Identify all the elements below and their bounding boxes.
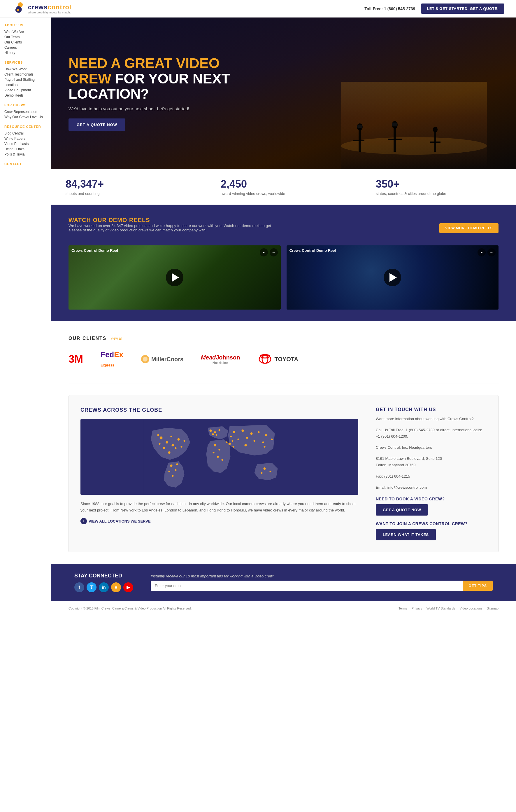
- svg-point-43: [214, 444, 216, 446]
- demo-header: WATCH OUR DEMO REELS We have worked on o…: [68, 217, 498, 239]
- sidebar-crews-section: FOR CREWS Crew Representation Why Our Cr…: [0, 103, 51, 120]
- sidebar-item-why-our-crews[interactable]: Why Our Crews Love Us: [4, 114, 47, 120]
- header-cta-button[interactable]: LET'S GET STARTED. GET A QUOTE.: [421, 3, 504, 14]
- rss-icon[interactable]: ■: [111, 582, 121, 592]
- video2-share-icon[interactable]: →: [487, 248, 495, 257]
- sidebar-item-helpful-links[interactable]: Helpful Links: [4, 146, 47, 152]
- sidebar-item-history[interactable]: History: [4, 50, 47, 55]
- video1-play-button[interactable]: [166, 269, 183, 286]
- sidebar-about-title: ABOUT US: [4, 23, 47, 27]
- sidebar-services-title: SERVICES: [4, 61, 47, 64]
- view-locations-link[interactable]: › VIEW ALL LOCATIONS WE SERVE: [81, 518, 358, 524]
- toll-free: Toll-Free: 1 (800) 545-2739: [364, 6, 415, 11]
- svg-point-1: [17, 9, 19, 11]
- clients-header: OUR CLIENTS view all: [68, 336, 498, 341]
- sidebar-crews-title: FOR CREWS: [4, 103, 47, 107]
- play-triangle-icon-2: [390, 273, 397, 282]
- footer-link-privacy[interactable]: Privacy: [412, 607, 422, 610]
- demo-video-2[interactable]: Crews Control Demo Reel ● →: [286, 245, 499, 310]
- svg-point-38: [210, 430, 212, 432]
- sidebar-item-video-podcasts[interactable]: Video Podcasts: [4, 141, 47, 146]
- video1-label: Crews Control Demo Reel: [71, 248, 118, 253]
- contact-address-label: Crews Control, Inc. Headquarters: [376, 444, 487, 451]
- demo-videos-container: Crews Control Demo Reel ● → Crews Contro…: [68, 245, 498, 310]
- footer-link-sitemap[interactable]: Sitemap: [487, 607, 498, 610]
- footer-link-terms[interactable]: Terms: [398, 607, 407, 610]
- demo-video-1[interactable]: Crews Control Demo Reel ● →: [68, 245, 281, 310]
- svg-point-51: [258, 431, 260, 433]
- sidebar-contact-title[interactable]: CONTACT: [4, 162, 47, 166]
- svg-rect-14: [392, 122, 397, 126]
- clients-section: OUR CLIENTS view all 3M FedExExpress Mil…: [51, 321, 516, 383]
- facebook-icon[interactable]: f: [74, 582, 84, 592]
- svg-point-41: [216, 434, 217, 436]
- svg-point-28: [157, 434, 159, 436]
- video1-share-icon[interactable]: →: [270, 248, 278, 257]
- view-more-reels-button[interactable]: VIEW MORE DEMO REELS: [439, 223, 498, 233]
- video2-icons: ● →: [478, 248, 495, 257]
- linkedin-icon[interactable]: in: [99, 582, 109, 592]
- sidebar-item-demo-reels[interactable]: Demo Reels: [4, 93, 47, 98]
- sidebar-item-who-we-are[interactable]: Who We Are: [4, 29, 47, 34]
- footer-link-world-tv-standards[interactable]: World TV Standards: [426, 607, 455, 610]
- sidebar-item-locations[interactable]: Locations: [4, 82, 47, 88]
- svg-point-25: [178, 438, 180, 441]
- sidebar-about-section: ABOUT US Who We Are Our Team Our Clients…: [0, 23, 51, 55]
- sidebar-item-blog-central[interactable]: Blog Central: [4, 131, 47, 136]
- sidebar-item-how-we-work[interactable]: How We Work: [4, 66, 47, 72]
- svg-point-18: [262, 355, 268, 363]
- sidebar-item-polls-trivia[interactable]: Polls & Trivia: [4, 152, 47, 157]
- svg-point-54: [238, 438, 239, 440]
- svg-point-58: [232, 440, 234, 442]
- contact-right: GET IN TOUCH WITH US Want more informati…: [376, 407, 487, 540]
- video2-clock-icon[interactable]: ●: [478, 248, 486, 257]
- get-tips-button[interactable]: GET TIPS: [463, 581, 493, 591]
- twitter-icon[interactable]: 𝕋: [87, 582, 96, 592]
- footer: Copyright © 2016 Film Crews, Camera Crew…: [51, 601, 516, 615]
- hero-cta-button[interactable]: GET A QUOTE NOW: [68, 118, 125, 131]
- contact-call: Call Us Toll Free: 1 (800) 545-2739 or d…: [376, 427, 487, 440]
- svg-point-39: [214, 431, 216, 433]
- video2-play-button[interactable]: [384, 269, 401, 286]
- client-logo-meadjohnson: MeadJohnson Nutrition: [201, 354, 240, 365]
- sidebar-item-crew-representation[interactable]: Crew Representation: [4, 109, 47, 114]
- youtube-icon[interactable]: ▶: [123, 582, 133, 592]
- client-logo-fedex: FedExExpress: [100, 350, 123, 369]
- learn-what-it-takes-button[interactable]: LEARN WHAT IT TAKES: [376, 529, 436, 540]
- stat-shoots-label: shoots and counting: [66, 192, 191, 196]
- svg-point-63: [270, 471, 271, 472]
- footer-copyright: Copyright © 2016 Film Crews, Camera Crew…: [68, 607, 191, 610]
- video1-clock-icon[interactable]: ●: [260, 248, 268, 257]
- sidebar-resource-section: RESOURCE CENTER Blog Central White Paper…: [0, 125, 51, 157]
- clients-view-all-link[interactable]: view all: [111, 337, 122, 341]
- play-triangle-icon: [172, 273, 179, 282]
- sidebar-item-client-testimonials[interactable]: Client Testimonials: [4, 72, 47, 77]
- sidebar-item-careers[interactable]: Careers: [4, 45, 47, 50]
- email-signup: Instantly receive our 10 most important …: [151, 574, 493, 591]
- hero-subtitle: We'd love to help you out on your next s…: [68, 106, 243, 111]
- svg-point-31: [181, 446, 182, 447]
- svg-point-30: [175, 447, 177, 449]
- contact-fax: Fax: (301) 604-1215: [376, 473, 487, 480]
- svg-rect-8: [388, 139, 402, 140]
- svg-point-23: [172, 444, 174, 446]
- sidebar-item-white-papers[interactable]: White Papers: [4, 136, 47, 141]
- stat-locations: 350+ states, countries & cities around t…: [361, 169, 516, 205]
- svg-point-44: [219, 449, 220, 451]
- footer-link-video-locations[interactable]: Video Locations: [460, 607, 483, 610]
- logo[interactable]: crewscontrol where creativity meets its …: [12, 2, 71, 16]
- get-quote-button[interactable]: GET A QUOTE NOW: [376, 504, 428, 516]
- sidebar-item-video-equipment[interactable]: Video Equipment: [4, 88, 47, 93]
- email-input[interactable]: [151, 581, 463, 591]
- clients-title: OUR CLIENTS: [68, 336, 107, 341]
- social-icons: f 𝕋 in ■ ▶: [74, 582, 133, 592]
- stat-shoots-number: 84,347+: [66, 178, 191, 190]
- footer-links: Terms Privacy World TV Standards Video L…: [398, 607, 498, 610]
- sidebar-item-our-team[interactable]: Our Team: [4, 34, 47, 40]
- sidebar-item-payroll-staffing[interactable]: Payroll and Staffing: [4, 77, 47, 82]
- svg-point-64: [261, 472, 263, 474]
- client-logo-3m: 3M: [68, 353, 83, 365]
- svg-point-45: [217, 456, 219, 458]
- svg-point-61: [264, 446, 266, 447]
- sidebar-item-our-clients[interactable]: Our Clients: [4, 40, 47, 45]
